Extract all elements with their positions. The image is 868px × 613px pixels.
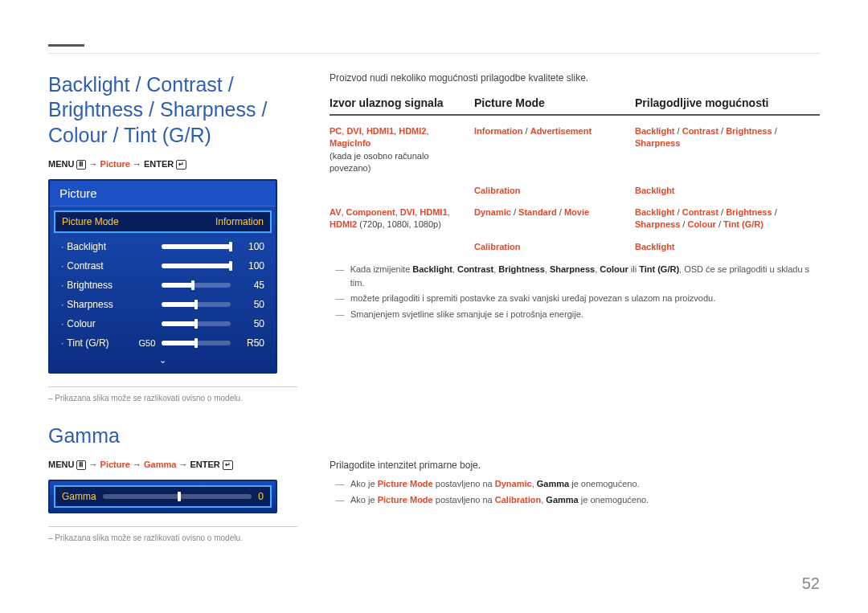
cell-adjustable: Backlight / Contrast / Brightness / Shar…: [635, 206, 820, 231]
cell-source: PC, DVI, HDMI1, HDMI2, MagicInfo(kada je…: [330, 125, 474, 175]
table-row: AV, Component, DVI, HDMI1, HDMI2 (720p, …: [330, 203, 820, 238]
cell-adjustable: Backlight: [635, 241, 820, 253]
osd-gamma-panel: Gamma 0: [48, 480, 277, 513]
osd-item-row[interactable]: ·Tint (G/R)G50R50: [50, 333, 276, 353]
osd-item-label: Colour: [67, 318, 129, 329]
osd-item-row[interactable]: ·Colour50: [50, 314, 276, 333]
left-column: Backlight / Contrast / Brightness / Shar…: [48, 72, 297, 542]
cell-mode: Dynamic / Standard / Movie: [474, 206, 635, 231]
osd-picture-panel: Picture Picture Mode Information ·Backli…: [48, 179, 277, 374]
top-rule-short: [48, 44, 84, 47]
section1-title: Backlight / Contrast / Brightness / Shar…: [48, 72, 297, 148]
chevron-down-icon[interactable]: ⌄: [50, 353, 276, 372]
section1-menu-path: MENU Ⅲ → Picture → ENTER ↵: [48, 159, 297, 170]
osd-item-value: 100: [237, 241, 264, 252]
table-row: PC, DVI, HDMI1, HDMI2, MagicInfo(kada je…: [330, 122, 820, 182]
osd-item-label: Backlight: [67, 241, 129, 252]
gamma-notes-list: ―Ako je Picture Mode postavljeno na Dyna…: [330, 477, 820, 506]
th-source: Izvor ulaznog signala: [330, 96, 474, 109]
table-row: Calibration Backlight: [330, 238, 820, 260]
osd-selected-label: Picture Mode: [62, 216, 119, 227]
divider: [48, 526, 297, 527]
enter-icon: ↵: [176, 160, 186, 170]
slider[interactable]: [162, 283, 231, 288]
cell-mode: Calibration: [474, 185, 635, 197]
section2-title: Gamma: [48, 423, 297, 448]
osd-item-label: Tint (G/R): [67, 337, 129, 349]
osd-item-value: 100: [237, 260, 264, 272]
osd-item-label: Brightness: [67, 280, 129, 291]
note-line: ―Ako je Picture Mode postavljeno na Dyna…: [330, 477, 820, 491]
osd-item-label: Sharpness: [67, 299, 129, 310]
notes-list: ―Kada izmijenite Backlight, Contrast, Br…: [330, 263, 820, 321]
osd-item-row[interactable]: ·Backlight100: [50, 237, 276, 256]
osd-item-row[interactable]: ·Contrast100: [50, 256, 276, 276]
top-rule-long: [48, 53, 820, 54]
cell-mode: Information / Advertisement: [474, 125, 635, 175]
osd-item-value: 45: [237, 280, 264, 291]
table-header-row: Izvor ulaznog signala Picture Mode Prila…: [330, 96, 820, 116]
section1-footnote: Prikazana slika može se razlikovati ovis…: [48, 394, 297, 403]
note-line: ―možete prilagoditi i spremiti postavke …: [330, 292, 820, 305]
osd-header: Picture: [50, 181, 276, 206]
note-line: ―Smanjenjem svjetline slike smanjuje se …: [330, 308, 820, 321]
osd-gamma-label: Gamma: [62, 491, 96, 502]
divider: [48, 386, 297, 387]
section2-footnote: Prikazana slika može se razlikovati ovis…: [48, 533, 297, 542]
osd-item-value: R50: [237, 337, 264, 349]
slider[interactable]: [162, 341, 231, 345]
right-column: Proizvod nudi nekoliko mogućnosti prilag…: [330, 72, 820, 542]
osd-gamma-value: 0: [258, 491, 264, 502]
th-adjustable: Prilagodljive mogućnosti: [635, 96, 820, 109]
cell-source: AV, Component, DVI, HDMI1, HDMI2 (720p, …: [330, 206, 474, 231]
osd-item-prevalue: G50: [129, 338, 155, 348]
cell-adjustable: Backlight / Contrast / Brightness / Shar…: [635, 125, 820, 175]
gamma-slider[interactable]: [103, 494, 252, 499]
section2-menu-path: MENU Ⅲ → Picture → Gamma → ENTER ↵: [48, 460, 297, 470]
enter-icon: ↵: [223, 460, 233, 470]
osd-item-row[interactable]: ·Sharpness50: [50, 295, 276, 314]
osd-item-label: Contrast: [67, 260, 129, 272]
menu-icon: Ⅲ: [76, 160, 86, 170]
osd-selected-row[interactable]: Picture Mode Information: [54, 210, 272, 233]
osd-gamma-row[interactable]: Gamma 0: [54, 485, 272, 508]
note-line: ―Kada izmijenite Backlight, Contrast, Br…: [330, 263, 820, 289]
osd-item-value: 50: [237, 299, 264, 310]
intro-line: Proizvod nudi nekoliko mogućnosti prilag…: [330, 72, 820, 84]
gamma-desc: Prilagodite intenzitet primarne boje.: [330, 460, 820, 471]
osd-selected-value: Information: [215, 216, 264, 227]
table-row: Calibration Backlight: [330, 182, 820, 203]
osd-item-row[interactable]: ·Brightness45: [50, 276, 276, 295]
cell-adjustable: Backlight: [635, 185, 820, 197]
osd-item-value: 50: [237, 318, 264, 329]
cell-mode: Calibration: [474, 241, 635, 253]
menu-icon: Ⅲ: [76, 460, 86, 470]
th-mode: Picture Mode: [474, 96, 635, 109]
slider[interactable]: [162, 244, 231, 249]
slider[interactable]: [162, 302, 231, 307]
slider[interactable]: [162, 321, 231, 326]
note-line: ―Ako je Picture Mode postavljeno na Cali…: [330, 493, 820, 507]
page-number: 52: [802, 574, 820, 593]
slider[interactable]: [162, 264, 231, 268]
